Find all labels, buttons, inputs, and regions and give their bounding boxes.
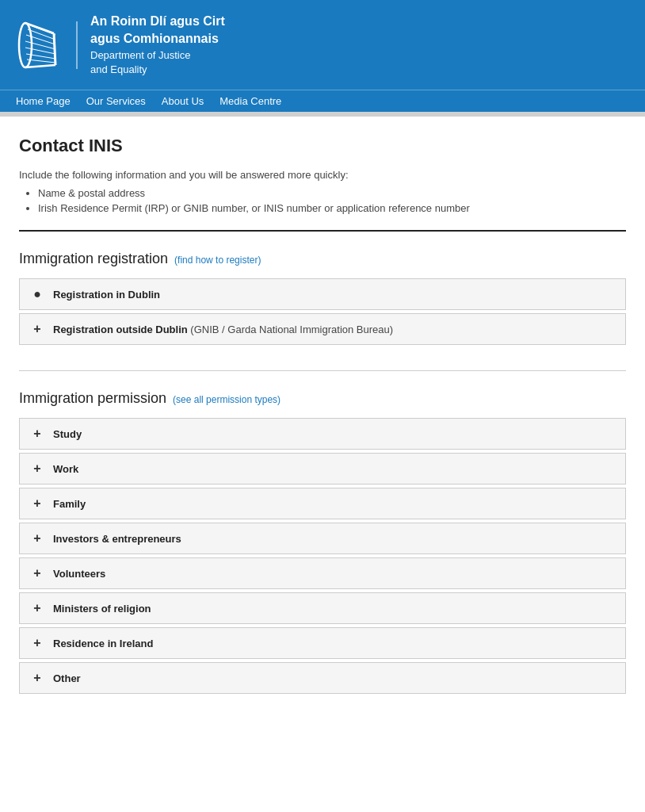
accordion-family[interactable]: + Family (19, 488, 626, 519)
accordion-label-volunteers: Volunteers (53, 568, 105, 580)
section-divider-light (19, 370, 626, 371)
intro-bullets: Name & postal address Irish Residence Pe… (38, 187, 626, 214)
accordion-icon-outside: + (31, 322, 44, 336)
accordion-other[interactable]: + Other (19, 662, 626, 694)
title-line1: An Roinn Dlí agus Cirt (90, 13, 225, 30)
nav-services[interactable]: Our Services (86, 95, 146, 107)
accordion-icon-work: + (31, 462, 44, 476)
accordion-residence[interactable]: + Residence in Ireland (19, 627, 626, 659)
accordion-icon-ministers: + (31, 601, 44, 615)
accordion-label-work: Work (53, 463, 78, 475)
accordion-label-study: Study (53, 428, 82, 440)
registration-link[interactable]: (find how to register) (174, 255, 261, 266)
immigration-registration-section: Immigration registration (find how to re… (19, 251, 626, 345)
svg-line-10 (27, 59, 55, 63)
intro-text: Include the following information and yo… (19, 169, 626, 181)
nav-home[interactable]: Home Page (16, 95, 71, 107)
accordion-icon-volunteers: + (31, 566, 44, 580)
accordion-study[interactable]: + Study (19, 418, 626, 450)
accordion-label-family: Family (53, 498, 86, 510)
svg-line-8 (25, 48, 55, 54)
header-divider (76, 21, 78, 69)
title-line4: and Equality (90, 63, 225, 77)
main-nav: Home Page Our Services About Us Media Ce… (0, 90, 645, 112)
permission-link[interactable]: (see all permission types) (173, 394, 281, 405)
accordion-label-dublin: Registration in Dublin (53, 289, 160, 301)
accordion-icon-other: + (31, 671, 44, 685)
accordion-registration-outside[interactable]: + Registration outside Dublin (GNIB / Ga… (19, 313, 626, 345)
immigration-permission-section: Immigration permission (see all permissi… (19, 390, 626, 694)
svg-line-3 (25, 65, 55, 67)
nav-media[interactable]: Media Centre (219, 95, 281, 107)
accordion-icon-investors: + (31, 531, 44, 546)
accordion-icon-family: + (31, 496, 44, 511)
accordion-registration-dublin[interactable]: ● Registration in Dublin (19, 278, 626, 310)
accordion-volunteers[interactable]: + Volunteers (19, 557, 626, 589)
permission-heading: Immigration permission (see all permissi… (19, 390, 626, 407)
accordion-icon-study: + (31, 427, 44, 441)
accordion-icon-dublin: ● (31, 287, 44, 301)
site-logo (16, 17, 63, 73)
accordion-label-residence: Residence in Ireland (53, 638, 153, 649)
svg-line-7 (25, 41, 55, 49)
main-divider (19, 230, 626, 232)
accordion-label-ministers: Ministers of religion (53, 603, 151, 615)
site-header: An Roinn Dlí agus Cirt agus Comhionannai… (0, 0, 645, 90)
nav-about[interactable]: About Us (162, 95, 204, 107)
accordion-icon-residence: + (31, 636, 44, 650)
registration-heading: Immigration registration (find how to re… (19, 251, 626, 267)
main-content: Contact INIS Include the following infor… (0, 117, 645, 738)
accordion-label-investors: Investors & entrepreneurs (53, 533, 181, 545)
title-line2: agus Comhionannais (90, 30, 225, 48)
accordion-work[interactable]: + Work (19, 453, 626, 485)
accordion-ministers[interactable]: + Ministers of religion (19, 592, 626, 624)
bullet-1: Name & postal address (38, 187, 626, 199)
svg-line-4 (30, 25, 55, 35)
bullet-2: Irish Residence Permit (IRP) or GNIB num… (38, 202, 626, 214)
page-title: Contact INIS (19, 136, 626, 156)
accordion-label-outside: Registration outside Dublin (GNIB / Gard… (53, 324, 393, 335)
title-line3: Department of Justice (90, 48, 225, 63)
accordion-label-other: Other (53, 672, 81, 684)
svg-point-0 (19, 23, 32, 67)
header-title-block: An Roinn Dlí agus Cirt agus Comhionannai… (90, 13, 225, 77)
accordion-investors[interactable]: + Investors & entrepreneurs (19, 523, 626, 554)
